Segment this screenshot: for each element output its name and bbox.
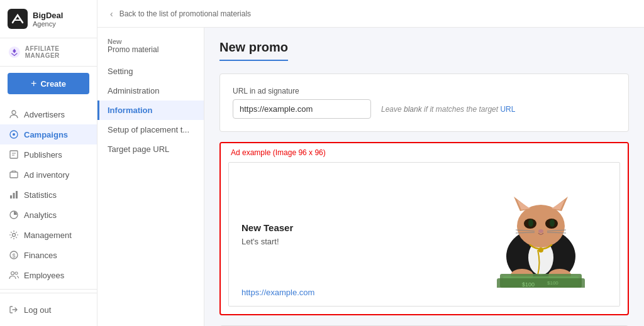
url-field-row: Leave blank if it matches the target URL: [233, 99, 616, 119]
svg-rect-5: [10, 151, 18, 158]
url-hint: Leave blank if it matches the target URL: [381, 105, 515, 114]
ad-image-area: $100 $100: [306, 181, 607, 288]
back-link[interactable]: Back to the list of promotional material…: [119, 9, 251, 18]
nav-management[interactable]: Management: [0, 225, 97, 245]
nav-logout-label: Log out: [24, 305, 51, 315]
nav-management-label: Management: [24, 231, 72, 240]
nav-publishers[interactable]: Publishers: [0, 144, 97, 165]
nav-ad-inventory-label: Ad inventory: [24, 170, 69, 180]
back-arrow-icon: ‹: [110, 9, 113, 19]
nav-logout[interactable]: Log out: [0, 300, 97, 320]
sidebar: BigDeal Agency AFFILIATE MANAGER + Creat…: [0, 0, 97, 326]
sidebar-bottom: Log out: [0, 293, 97, 326]
subnav-information[interactable]: Information: [97, 101, 204, 120]
employees-icon: [9, 270, 19, 280]
svg-point-2: [12, 111, 16, 114]
cat-illustration: $100 $100: [475, 181, 607, 288]
subnav-sublabel: Promo material: [108, 45, 194, 54]
ad-text-area: New Teaser Let's start!: [242, 222, 293, 246]
logo-area: BigDeal Agency: [0, 0, 97, 38]
svg-rect-7: [10, 195, 12, 198]
main-area: ‹ Back to the list of promotional materi…: [97, 0, 644, 326]
subnav-target-page-url[interactable]: Target page URL: [97, 139, 204, 159]
svg-rect-36: [497, 278, 585, 288]
svg-rect-9: [16, 191, 18, 198]
ad-preview: New Teaser Let's start!: [228, 162, 620, 307]
logo-text: BigDeal Agency: [33, 11, 63, 28]
logo-icon: [8, 9, 28, 29]
nav-finances[interactable]: $ Finances: [0, 245, 97, 265]
nav-statistics[interactable]: Statistics: [0, 185, 97, 205]
subnav-setup-placement[interactable]: Setup of placement t...: [97, 120, 204, 139]
publisher-icon: [9, 149, 19, 160]
url-card: URL in ad signature Leave blank if it ma…: [219, 73, 629, 132]
svg-point-15: [15, 272, 18, 274]
url-field-label: URL in ad signature: [233, 87, 616, 95]
svg-point-25: [528, 219, 533, 227]
topbar: ‹ Back to the list of promotional materi…: [97, 0, 644, 28]
ad-url-link[interactable]: https://example.com: [242, 288, 314, 297]
nav-employees-label: Employees: [24, 271, 64, 280]
subnav-administration[interactable]: Administration: [97, 81, 204, 101]
page-title: New promo: [219, 40, 288, 61]
svg-text:$: $: [13, 253, 16, 259]
svg-point-4: [13, 133, 15, 136]
nav-analytics-label: Analytics: [24, 210, 57, 220]
nav-items: Advertisers Campaigns Publishers Ad inve…: [0, 101, 97, 293]
subnav: New Promo material Setting Administratio…: [97, 28, 204, 326]
logout-icon: [9, 305, 19, 315]
stats-icon: [9, 190, 19, 200]
content-area: New promo URL in ad signature Leave blan…: [204, 28, 644, 326]
nav-employees[interactable]: Employees: [0, 265, 97, 285]
back-link-text: Back to the list of promotional material…: [119, 9, 251, 18]
svg-point-11: [13, 234, 16, 237]
nav-statistics-label: Statistics: [24, 190, 57, 200]
nav-analytics[interactable]: Analytics: [0, 205, 97, 225]
create-button[interactable]: + Create: [8, 73, 89, 94]
ad-subtitle: Let's start!: [242, 237, 293, 246]
nav-campaigns[interactable]: Campaigns: [0, 124, 97, 144]
svg-rect-6: [10, 172, 18, 178]
campaign-icon: [9, 129, 19, 139]
subnav-setting[interactable]: Setting: [97, 62, 204, 81]
ad-example-header: Ad example (Image 96 x 96): [221, 143, 628, 162]
ad-example-card: Ad example (Image 96 x 96) New Teaser Le…: [219, 142, 629, 315]
finances-icon: $: [9, 250, 19, 260]
ad-title: New Teaser: [242, 222, 293, 233]
role-area: AFFILIATE MANAGER: [0, 38, 97, 67]
nav-ad-inventory[interactable]: Ad inventory: [0, 165, 97, 185]
page-area: New Promo material Setting Administratio…: [97, 28, 644, 326]
nav-advertisers[interactable]: Advertisers: [0, 104, 97, 124]
management-icon: [9, 230, 19, 240]
svg-rect-8: [13, 193, 15, 198]
svg-text:$100: $100: [522, 281, 535, 288]
person-icon: [9, 109, 19, 119]
nav-finances-label: Finances: [24, 251, 57, 260]
role-label: AFFILIATE MANAGER: [25, 45, 89, 59]
nav-publishers-label: Publishers: [24, 150, 62, 160]
subnav-section: New: [108, 38, 194, 45]
svg-point-27: [538, 229, 543, 233]
svg-point-18: [517, 205, 565, 247]
svg-point-14: [11, 272, 14, 275]
ad-example-detail: (Image 96 x 96): [273, 148, 326, 157]
svg-point-26: [550, 219, 555, 227]
inventory-icon: [9, 170, 19, 180]
nav-campaigns-label: Campaigns: [24, 130, 68, 139]
nav-advertisers-label: Advertisers: [24, 110, 65, 119]
blank-hint: blank: [404, 105, 422, 114]
url-hint-link[interactable]: URL: [500, 105, 515, 114]
affiliate-icon: [8, 45, 21, 60]
plus-icon: +: [31, 78, 36, 89]
svg-text:$100: $100: [547, 280, 558, 286]
analytics-icon: [9, 210, 19, 220]
url-input[interactable]: [233, 99, 371, 119]
svg-point-39: [538, 247, 543, 253]
svg-rect-0: [8, 9, 28, 29]
